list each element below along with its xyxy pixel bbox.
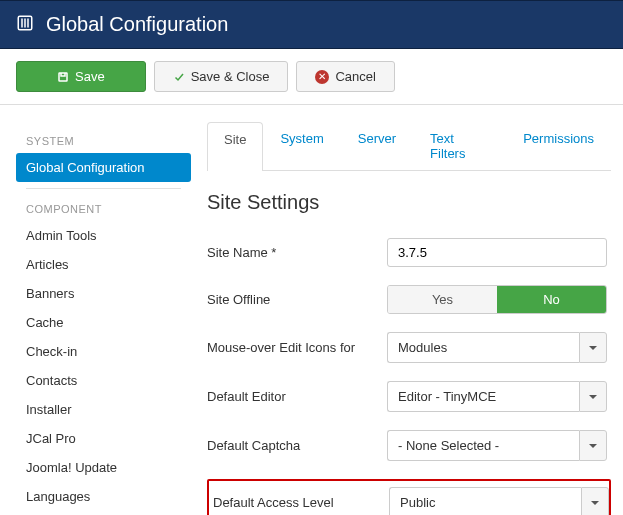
default-access-select[interactable]: Public [389, 487, 609, 515]
field-mouse-over: Mouse-over Edit Icons for Modules [207, 332, 611, 363]
sidebar-item-articles[interactable]: Articles [16, 250, 191, 279]
toolbar: Save Save & Close ✕ Cancel [0, 49, 623, 105]
sliders-icon [16, 14, 34, 35]
svg-rect-4 [59, 73, 67, 81]
sidebar-item-joomla-update[interactable]: Joomla! Update [16, 453, 191, 482]
save-close-button[interactable]: Save & Close [154, 61, 289, 92]
tab-permissions[interactable]: Permissions [506, 121, 611, 170]
tab-bar: Site System Server Text Filters Permissi… [207, 121, 611, 171]
chevron-down-icon[interactable] [579, 381, 607, 412]
sidebar: SYSTEM Global Configuration COMPONENT Ad… [0, 105, 191, 515]
main-area: SYSTEM Global Configuration COMPONENT Ad… [0, 105, 623, 515]
field-default-captcha: Default Captcha - None Selected - [207, 430, 611, 461]
default-captcha-select[interactable]: - None Selected - [387, 430, 607, 461]
page-header: Global Configuration [0, 0, 623, 49]
mouse-over-select[interactable]: Modules [387, 332, 607, 363]
chevron-down-icon[interactable] [579, 430, 607, 461]
mouse-over-label: Mouse-over Edit Icons for [207, 340, 387, 355]
save-button[interactable]: Save [16, 61, 146, 92]
sidebar-item-contacts[interactable]: Contacts [16, 366, 191, 395]
sidebar-item-banners[interactable]: Banners [16, 279, 191, 308]
default-editor-label: Default Editor [207, 389, 387, 404]
sidebar-item-global-configuration[interactable]: Global Configuration [16, 153, 191, 182]
tab-site[interactable]: Site [207, 122, 263, 171]
page-title: Global Configuration [46, 13, 228, 36]
cancel-label: Cancel [335, 69, 375, 84]
tab-text-filters[interactable]: Text Filters [413, 121, 506, 170]
mouse-over-value: Modules [387, 332, 579, 363]
apply-icon [57, 71, 69, 83]
default-editor-value: Editor - TinyMCE [387, 381, 579, 412]
tab-system[interactable]: System [263, 121, 340, 170]
default-editor-select[interactable]: Editor - TinyMCE [387, 381, 607, 412]
chevron-down-icon[interactable] [579, 332, 607, 363]
save-close-label: Save & Close [191, 69, 270, 84]
sidebar-system-heading: SYSTEM [16, 129, 191, 153]
field-site-name: Site Name * [207, 238, 611, 267]
site-offline-no[interactable]: No [497, 286, 606, 313]
divider [26, 188, 181, 189]
default-access-value: Public [389, 487, 581, 515]
check-icon [173, 71, 185, 83]
site-name-label: Site Name * [207, 245, 387, 260]
section-title: Site Settings [207, 191, 611, 214]
cancel-button[interactable]: ✕ Cancel [296, 61, 394, 92]
default-captcha-value: - None Selected - [387, 430, 579, 461]
field-default-access-level: Default Access Level Public [207, 479, 611, 515]
sidebar-item-languages[interactable]: Languages [16, 482, 191, 511]
site-name-input[interactable] [387, 238, 607, 267]
sidebar-item-media[interactable]: Media [16, 511, 191, 515]
sidebar-component-heading: COMPONENT [16, 197, 191, 221]
field-site-offline: Site Offline Yes No [207, 285, 611, 314]
sidebar-item-check-in[interactable]: Check-in [16, 337, 191, 366]
sidebar-item-cache[interactable]: Cache [16, 308, 191, 337]
content-panel: Site System Server Text Filters Permissi… [191, 105, 623, 515]
site-offline-yes[interactable]: Yes [388, 286, 497, 313]
site-offline-toggle: Yes No [387, 285, 607, 314]
tab-server[interactable]: Server [341, 121, 413, 170]
sidebar-item-jcal-pro[interactable]: JCal Pro [16, 424, 191, 453]
sidebar-item-admin-tools[interactable]: Admin Tools [16, 221, 191, 250]
chevron-down-icon[interactable] [581, 487, 609, 515]
default-access-label: Default Access Level [213, 495, 389, 510]
cancel-icon: ✕ [315, 70, 329, 84]
sidebar-item-installer[interactable]: Installer [16, 395, 191, 424]
save-label: Save [75, 69, 105, 84]
site-offline-label: Site Offline [207, 292, 387, 307]
default-captcha-label: Default Captcha [207, 438, 387, 453]
field-default-editor: Default Editor Editor - TinyMCE [207, 381, 611, 412]
